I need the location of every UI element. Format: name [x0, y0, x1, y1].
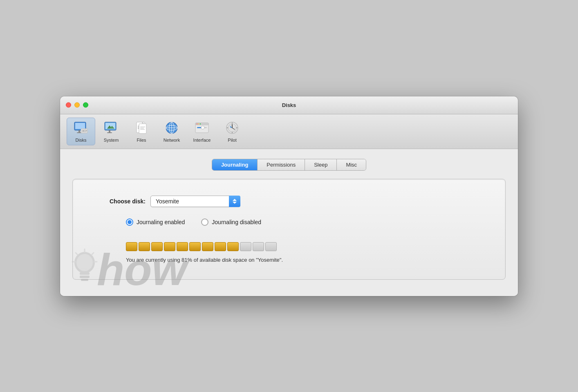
files-icon: [133, 120, 150, 137]
svg-point-30: [197, 123, 197, 124]
svg-rect-5: [82, 129, 87, 132]
close-button[interactable]: [66, 102, 71, 108]
progress-segment-2: [139, 242, 150, 251]
window-title: Disks: [282, 102, 296, 108]
system-icon: [103, 120, 119, 137]
content-area: Journaling Permissions Sleep Misc Choose…: [60, 149, 518, 296]
svg-point-35: [201, 126, 204, 129]
progress-bar: [126, 242, 277, 251]
svg-point-31: [198, 123, 199, 124]
toolbar-label-pilot: Pilot: [228, 138, 236, 143]
disk-usage-text: You are currently using 81% of available…: [126, 257, 283, 263]
radio-disabled-circle: [201, 218, 208, 226]
segmented-control: Journaling Permissions Sleep Misc: [212, 159, 366, 171]
svg-line-39: [232, 128, 235, 129]
toolbar-item-interface[interactable]: Interface: [188, 118, 216, 145]
progress-segment-5: [177, 242, 188, 251]
disks-icon: [73, 120, 89, 137]
svg-rect-19: [139, 124, 146, 134]
svg-rect-11: [107, 132, 112, 133]
toolbar-label-system: System: [104, 138, 119, 143]
svg-rect-7: [86, 130, 87, 131]
radio-enabled-circle: [126, 218, 133, 226]
choose-disk-label: Choose disk:: [110, 198, 146, 205]
minimize-button[interactable]: [74, 102, 80, 108]
toolbar-item-files[interactable]: Files: [127, 118, 156, 145]
inner-panel: Choose disk: Yosemite Jo: [72, 179, 506, 280]
svg-point-6: [83, 130, 84, 131]
titlebar: Disks: [60, 96, 518, 114]
progress-segment-7: [202, 242, 213, 251]
toolbar: Disks System: [60, 114, 518, 149]
progress-section: You are currently using 81% of available…: [126, 242, 493, 263]
svg-rect-2: [78, 130, 80, 132]
radio-disabled-label: Journaling disabled: [212, 219, 261, 225]
radio-enabled-label: Journaling enabled: [137, 219, 185, 225]
choose-disk-row: Choose disk: Yosemite: [110, 196, 493, 207]
maximize-button[interactable]: [83, 102, 88, 108]
svg-rect-1: [75, 123, 85, 129]
disk-select[interactable]: Yosemite: [150, 196, 240, 207]
toolbar-label-interface: Interface: [193, 138, 211, 143]
toolbar-label-disks: Disks: [76, 138, 87, 143]
tab-misc[interactable]: Misc: [337, 159, 366, 170]
radio-journaling-disabled[interactable]: Journaling disabled: [201, 218, 261, 226]
toolbar-label-files: Files: [137, 138, 146, 143]
progress-segment-1: [126, 242, 137, 251]
disk-select-wrapper: Yosemite: [150, 196, 240, 207]
toolbar-label-network: Network: [164, 138, 180, 143]
window-controls: [66, 102, 88, 108]
radio-row: Journaling enabled Journaling disabled: [126, 218, 493, 226]
toolbar-item-system[interactable]: System: [97, 118, 125, 145]
svg-rect-22: [140, 129, 145, 130]
toolbar-item-network[interactable]: Network: [157, 118, 186, 145]
network-icon: [164, 120, 180, 137]
pilot-icon: [224, 120, 240, 137]
tab-sleep[interactable]: Sleep: [305, 159, 337, 170]
progress-segment-4: [164, 242, 175, 251]
toolbar-item-disks[interactable]: Disks: [67, 118, 95, 145]
main-window: Disks Disks: [60, 96, 518, 296]
svg-rect-21: [140, 128, 144, 129]
progress-segment-9: [227, 242, 239, 251]
progress-segment-11: [253, 242, 264, 251]
progress-segment-12: [265, 242, 277, 251]
tab-permissions[interactable]: Permissions: [258, 159, 305, 170]
progress-segment-3: [151, 242, 163, 251]
svg-point-32: [200, 123, 201, 124]
toolbar-item-pilot[interactable]: Pilot: [218, 118, 246, 145]
svg-rect-20: [140, 127, 145, 127]
svg-rect-10: [109, 130, 110, 132]
interface-icon: [194, 120, 210, 137]
tab-journaling[interactable]: Journaling: [212, 159, 258, 170]
radio-enabled-dot: [128, 220, 132, 224]
progress-segment-10: [240, 242, 251, 251]
radio-journaling-enabled[interactable]: Journaling enabled: [126, 218, 185, 226]
progress-segment-6: [189, 242, 201, 251]
tabs-container: Journaling Permissions Sleep Misc: [72, 159, 506, 171]
progress-segment-8: [215, 242, 226, 251]
